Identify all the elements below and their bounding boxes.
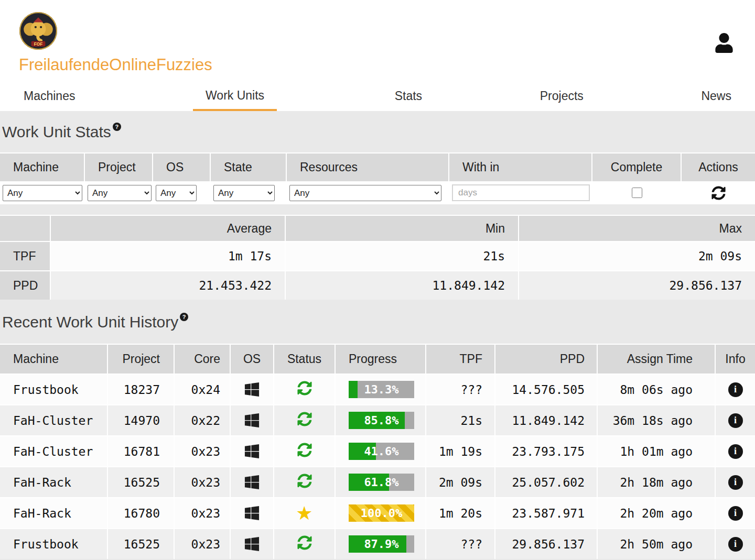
work-unit-stats-heading-text: Work Unit Stats — [2, 123, 111, 140]
info-icon[interactable]: i — [728, 506, 743, 521]
progress-label: 41.6% — [349, 443, 414, 460]
tpf-cell: 1m 20s — [426, 498, 495, 528]
history-row: FaH-Rack 16525 0x23 ★ 61.8% 2m 09s 25.05… — [0, 466, 755, 497]
project-cell: 18237 — [108, 375, 175, 404]
tab-machines[interactable]: Machines — [24, 86, 75, 111]
summary-row-ppd: PPD 21.453.422 11.849.142 29.856.137 — [0, 270, 755, 300]
progress-bar: 61.8% — [349, 474, 414, 491]
state-filter-select[interactable]: Any — [213, 185, 275, 201]
status-running-icon — [297, 412, 312, 429]
info-icon[interactable]: i — [728, 537, 743, 552]
history-col-tpf: TPF — [426, 345, 495, 374]
assign-time-cell: 2h 18m ago — [598, 467, 716, 497]
progress-cell: 85.8% — [336, 405, 426, 435]
progress-cell: 41.6% — [336, 436, 426, 466]
info-icon[interactable]: i — [728, 475, 743, 490]
filter-col-resources: Resources — [287, 153, 449, 181]
refresh-icon — [711, 186, 726, 200]
filter-col-machine: Machine — [0, 153, 85, 181]
status-running-icon — [297, 381, 312, 398]
assign-time-cell: 1h 01m ago — [598, 436, 716, 466]
user-icon — [715, 33, 733, 53]
summary-table: Average Min Max TPF 1m 17s 21s 2m 09s PP… — [0, 215, 755, 300]
refresh-button[interactable] — [710, 184, 727, 201]
machine-filter-select[interactable]: Any — [3, 185, 82, 201]
help-icon[interactable]: ? — [180, 313, 188, 321]
user-account-button[interactable] — [714, 32, 734, 54]
progress-label: 100.0% — [349, 504, 414, 522]
summary-col-average: Average — [51, 215, 286, 241]
history-col-project: Project — [108, 345, 175, 374]
progress-label: 13.3% — [349, 381, 414, 398]
tpf-cell: 1m 19s — [426, 436, 495, 466]
history-col-info: Info — [716, 345, 755, 374]
info-cell: i — [716, 436, 755, 466]
summary-col-min: Min — [286, 215, 519, 241]
assign-time-cell: 36m 18s ago — [598, 405, 716, 435]
resources-filter-select[interactable]: Any — [289, 185, 441, 201]
history-heading-text: Recent Work Unit History — [2, 313, 178, 331]
os-filter-select[interactable]: Any — [156, 185, 197, 201]
progress-cell: 100.0% — [336, 498, 426, 528]
ppd-cell: 11.849.142 — [495, 405, 598, 435]
progress-bar: 85.8% — [349, 412, 414, 429]
machine-cell: FaH-Cluster — [0, 436, 108, 466]
core-cell: 0x23 — [175, 467, 231, 497]
info-icon[interactable]: i — [728, 444, 743, 459]
progress-label: 61.8% — [349, 474, 414, 491]
filter-header-row: Machine Project OS State Resources With … — [0, 152, 755, 181]
status-cell: ★ — [274, 436, 336, 466]
assign-time-cell: 2h 50m ago — [598, 529, 716, 559]
progress-bar: 100.0% — [349, 504, 414, 522]
progress-bar: 41.6% — [349, 443, 414, 460]
progress-label: 87.9% — [349, 535, 414, 553]
info-icon[interactable]: i — [728, 382, 743, 397]
history-col-assign-time: Assign Time — [598, 345, 716, 374]
project-cell: 16780 — [108, 498, 175, 528]
progress-cell: 61.8% — [336, 467, 426, 497]
filter-col-actions: Actions — [682, 153, 755, 181]
summary-row-tpf: TPF 1m 17s 21s 2m 09s — [0, 241, 755, 270]
windows-icon — [244, 443, 260, 459]
os-cell — [231, 436, 274, 466]
project-cell: 16525 — [108, 467, 175, 497]
core-cell: 0x22 — [175, 405, 231, 435]
ppd-min-value: 11.849.142 — [286, 270, 519, 300]
machine-cell: Frustbook — [0, 375, 108, 404]
summary-col-max: Max — [519, 215, 755, 241]
filter-col-complete: Complete — [592, 153, 682, 181]
machine-cell: FaH-Rack — [0, 467, 108, 497]
site-logo[interactable]: FOF — [19, 12, 58, 50]
os-cell — [231, 467, 274, 497]
history-row: FaH-Cluster 14970 0x22 ★ 85.8% 21s 11.84… — [0, 404, 755, 435]
windows-icon — [244, 412, 260, 429]
site-title: FreilaufendeOnlineFuzzies — [19, 56, 212, 74]
progress-cell: 87.9% — [336, 529, 426, 559]
history-row: FaH-Cluster 16781 0x23 ★ 41.6% 1m 19s 23… — [0, 435, 755, 466]
tpf-min-value: 21s — [286, 241, 519, 270]
history-row: Frustbook 18237 0x24 ★ 13.3% ??? 14.576.… — [0, 374, 755, 404]
project-cell: 16525 — [108, 529, 175, 559]
filter-col-within: With in — [449, 153, 592, 181]
history-col-core: Core — [175, 345, 231, 374]
info-cell: i — [716, 529, 755, 559]
history-row: FaH-Rack 16780 0x23 ★ 100.0% 1m 20s 23.5… — [0, 497, 755, 528]
machine-cell: FaH-Rack — [0, 498, 108, 528]
help-icon[interactable]: ? — [113, 123, 121, 131]
progress-label: 85.8% — [349, 412, 414, 429]
tab-news[interactable]: News — [701, 86, 731, 111]
site-header: FOF FreilaufendeOnlineFuzzies — [0, 0, 755, 84]
tab-stats[interactable]: Stats — [395, 86, 422, 111]
tab-work-units[interactable]: Work Units — [193, 85, 277, 111]
info-icon[interactable]: i — [728, 413, 743, 428]
project-filter-select[interactable]: Any — [88, 185, 152, 201]
status-running-icon — [297, 443, 312, 460]
machine-cell: Frustbook — [0, 529, 108, 559]
project-cell: 14970 — [108, 405, 175, 435]
tab-projects[interactable]: Projects — [540, 86, 584, 111]
within-days-input[interactable] — [452, 184, 590, 201]
status-finished-icon: ★ — [296, 504, 312, 523]
ppd-cell: 25.057.602 — [495, 467, 598, 497]
history-col-ppd: PPD — [495, 345, 598, 374]
complete-checkbox[interactable] — [632, 188, 642, 198]
